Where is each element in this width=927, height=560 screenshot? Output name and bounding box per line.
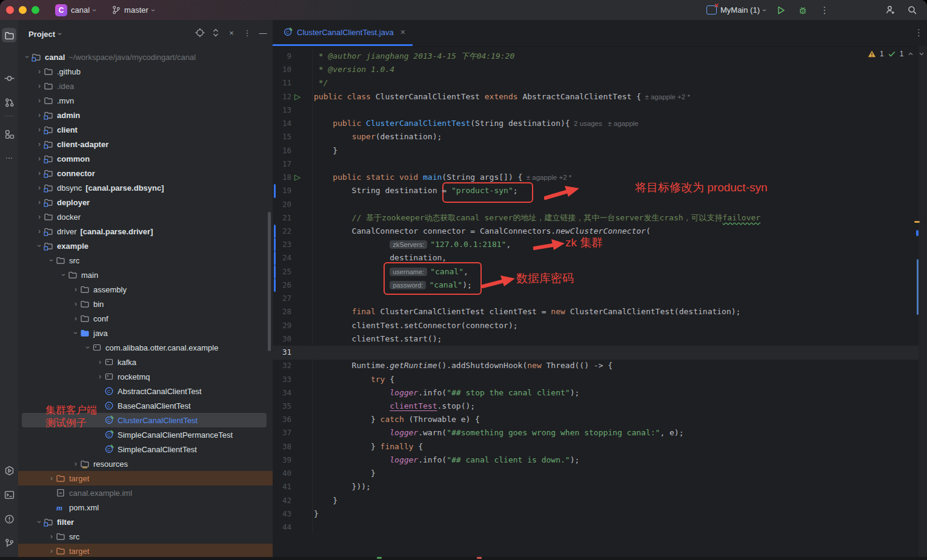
- gutter[interactable]: 9: [273, 50, 312, 63]
- tree-row[interactable]: ›com.alibaba.otter.canal.example: [22, 340, 267, 355]
- code-line[interactable]: 36 } catch (Throwable e) {: [273, 413, 919, 426]
- gutter[interactable]: 18▷: [273, 171, 312, 184]
- code-line[interactable]: 10 * @version 1.0.4: [273, 63, 919, 76]
- more-actions-menu[interactable]: ⋮: [818, 4, 831, 17]
- tree-row[interactable]: ›kafka: [22, 355, 267, 369]
- tree-row[interactable]: canal.example.iml: [22, 486, 267, 500]
- chevron-right-icon[interactable]: ›: [35, 154, 44, 163]
- tree-row[interactable]: ›conf: [22, 311, 267, 326]
- tree-scrollbar[interactable]: [268, 212, 271, 351]
- tree-row[interactable]: ›driver[canal.parse.driver]: [22, 224, 267, 239]
- code-line[interactable]: 44: [273, 521, 919, 534]
- chevron-right-icon[interactable]: ›: [35, 227, 44, 236]
- code-line[interactable]: 26 password:"canal");: [273, 278, 919, 292]
- tree-row[interactable]: ›.mvn: [22, 93, 267, 108]
- gutter[interactable]: 19: [273, 184, 312, 197]
- code-line[interactable]: 27: [273, 292, 919, 305]
- run-button[interactable]: [774, 4, 788, 17]
- gutter[interactable]: 20: [273, 198, 312, 211]
- version-control-tool-icon[interactable]: [2, 536, 16, 550]
- gutter[interactable]: 22: [273, 225, 312, 238]
- code-line[interactable]: 35 clientTest.stop();: [273, 400, 919, 413]
- chevron-right-icon[interactable]: ›: [35, 67, 44, 76]
- chevron-right-icon[interactable]: ›: [47, 547, 56, 555]
- tree-row[interactable]: ›assembly: [22, 282, 267, 297]
- chevron-right-icon[interactable]: ›: [71, 460, 80, 468]
- chevron-right-icon[interactable]: ›: [35, 212, 44, 221]
- code-line[interactable]: 30 clientTest.start();: [273, 332, 919, 346]
- gutter[interactable]: 14: [273, 117, 312, 130]
- code-line[interactable]: 33 try {: [273, 373, 919, 386]
- gutter[interactable]: 39: [273, 453, 312, 467]
- gutter[interactable]: 10: [273, 63, 312, 76]
- code-line[interactable]: 21 // 基于zookeeper动态获取canal server的地址，建立链…: [273, 211, 919, 225]
- tree-row[interactable]: ›main: [22, 268, 267, 282]
- gutter[interactable]: 12▷: [273, 90, 312, 104]
- code-line[interactable]: 11 */: [273, 76, 919, 90]
- code-line[interactable]: 41 }));: [273, 480, 919, 493]
- problems-tool-icon[interactable]: [2, 512, 16, 526]
- tree-row[interactable]: ›dbsync[canal.parse.dbsync]: [22, 180, 267, 195]
- chevron-down-icon[interactable]: ›: [23, 53, 32, 61]
- gutter[interactable]: 24: [273, 251, 312, 265]
- code-line[interactable]: 20: [273, 198, 919, 211]
- tree-row[interactable]: ›admin: [22, 108, 267, 122]
- code-line[interactable]: 22 CanalConnector connector = CanalConne…: [273, 225, 919, 238]
- tab-options-icon[interactable]: ⋮: [914, 27, 923, 38]
- tree-row[interactable]: ›resources: [22, 456, 267, 471]
- gutter[interactable]: 29: [273, 319, 312, 332]
- code-line[interactable]: 38 } finally {: [273, 440, 919, 453]
- search-everywhere-icon[interactable]: [905, 4, 919, 17]
- code-line[interactable]: 14 public ClusterCanalClientTest(String …: [273, 117, 919, 130]
- gutter[interactable]: 27: [273, 292, 312, 305]
- services-tool-icon[interactable]: [2, 463, 16, 478]
- editor-tab[interactable]: C ClusterCanalClientTest.java ×: [273, 20, 413, 44]
- code-line[interactable]: 25 username:"canal",: [273, 265, 919, 278]
- tree-row[interactable]: ›.idea: [22, 79, 267, 93]
- project-tool-icon[interactable]: [2, 28, 16, 42]
- chevron-down-icon[interactable]: ›: [59, 271, 68, 279]
- zoom-window-button[interactable]: [32, 6, 39, 14]
- chevron-down-icon[interactable]: ›: [71, 329, 80, 337]
- tree-row[interactable]: ›common: [22, 151, 267, 166]
- vcs-change-marker[interactable]: [274, 184, 276, 197]
- minimize-window-button[interactable]: [19, 6, 27, 14]
- gutter[interactable]: 28: [273, 305, 312, 318]
- code-line[interactable]: 24 destination,: [273, 251, 919, 265]
- code-editor[interactable]: 1 1 将目标修改为 product-syn zk 集群: [273, 46, 927, 560]
- tree-row[interactable]: CSimpleCanalClientPermanceTest: [22, 427, 267, 442]
- code-line[interactable]: 39 logger.info("## canal client is down.…: [273, 453, 919, 467]
- gutter[interactable]: 11: [273, 76, 312, 90]
- chevron-right-icon[interactable]: ›: [71, 285, 80, 294]
- commit-tool-icon[interactable]: [2, 71, 16, 85]
- chevron-right-icon[interactable]: ›: [35, 82, 44, 90]
- chevron-right-icon[interactable]: ›: [35, 125, 44, 134]
- run-line-icon[interactable]: ▷: [294, 90, 301, 104]
- chevron-right-icon[interactable]: ›: [35, 140, 44, 148]
- gutter[interactable]: 33: [273, 373, 312, 386]
- tree-row[interactable]: ›example: [22, 239, 267, 253]
- code-line[interactable]: 28 final ClusterCanalClientTest clientTe…: [273, 305, 919, 318]
- code-line[interactable]: 19 String destination = "product-syn";: [273, 184, 919, 197]
- debug-button[interactable]: [796, 4, 809, 17]
- chevron-right-icon[interactable]: ›: [35, 183, 44, 192]
- vcs-change-marker[interactable]: [274, 265, 276, 278]
- gutter[interactable]: 16: [273, 144, 312, 157]
- chevron-down-icon[interactable]: ›: [35, 242, 44, 250]
- gutter[interactable]: 21: [273, 211, 312, 225]
- pull-requests-tool-icon[interactable]: [2, 95, 16, 110]
- chevron-right-icon[interactable]: ›: [71, 300, 80, 308]
- code-line[interactable]: 37 logger.warn("##something goes wrong w…: [273, 426, 919, 440]
- chevron-right-icon[interactable]: ›: [47, 532, 56, 541]
- code-line[interactable]: 29 clientTest.setConnector(connector);: [273, 319, 919, 332]
- chevron-right-icon[interactable]: ›: [35, 169, 44, 177]
- vcs-change-marker[interactable]: [274, 251, 276, 265]
- gutter[interactable]: 40: [273, 467, 312, 480]
- gutter[interactable]: 38: [273, 440, 312, 453]
- code-line[interactable]: 31: [273, 346, 919, 359]
- gutter[interactable]: 31: [273, 346, 312, 359]
- tree-row[interactable]: CSimpleCanalClientTest: [22, 442, 267, 456]
- tree-row[interactable]: ›target: [18, 544, 273, 558]
- code-line[interactable]: 12▷public class ClusterCanalClientTest e…: [273, 90, 919, 104]
- inlay-hint[interactable]: ± agapple +2 *: [641, 93, 690, 100]
